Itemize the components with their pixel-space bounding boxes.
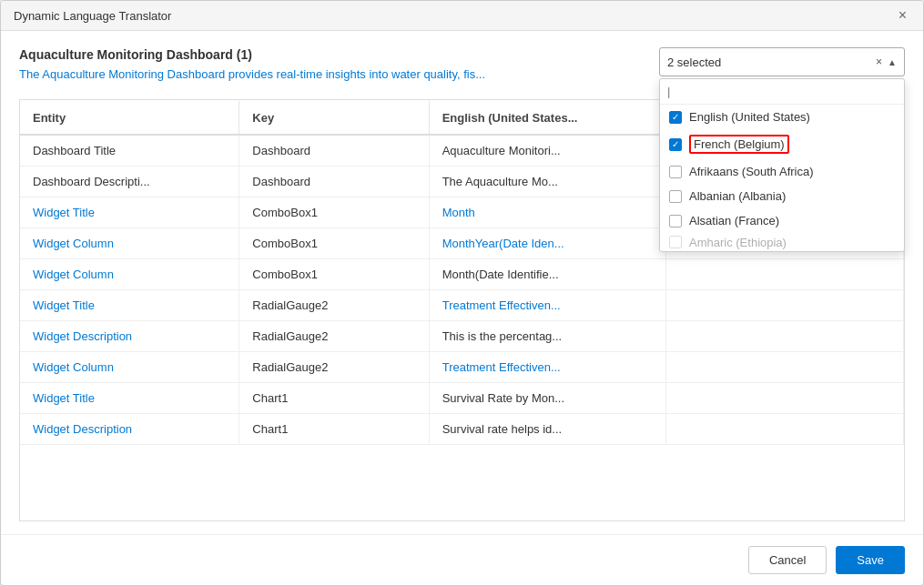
clear-icon[interactable]: ×: [876, 56, 882, 68]
cell-english: Month(Date Identifie...: [429, 259, 665, 290]
cell-entity[interactable]: Widget Column: [20, 228, 239, 259]
table-row: Widget Column ComboBox1 Month(Date Ident…: [20, 259, 903, 290]
cell-entity: Dashboard Title: [20, 135, 239, 167]
cell-key: ComboBox1: [239, 259, 429, 290]
col-header-key: Key: [239, 101, 429, 135]
dialog-footer: Cancel Save: [1, 534, 923, 585]
save-button[interactable]: Save: [836, 546, 905, 574]
cell-english: Aquaculture Monitori...: [429, 135, 665, 167]
checkbox-albanian[interactable]: [669, 190, 682, 203]
dashboard-heading: Aquaculture Monitoring Dashboard (1): [19, 47, 485, 62]
cell-french: [666, 383, 903, 414]
multiselect-icons: × ▲: [876, 56, 897, 68]
dropdown-label-english: English (United States): [689, 110, 810, 124]
cell-key: RadialGauge2: [239, 321, 429, 352]
dialog-titlebar: Dynamic Language Translator ×: [1, 1, 923, 31]
cell-english: MonthYear(Date Iden...: [429, 228, 665, 259]
cell-entity[interactable]: Widget Column: [20, 352, 239, 383]
checkbox-english[interactable]: [669, 111, 682, 124]
cell-key: RadialGauge2: [239, 290, 429, 321]
table-row: Widget Title Chart1 Survival Rate by Mon…: [20, 383, 903, 414]
dropdown-item-alsatian[interactable]: Alsatian (France): [660, 208, 904, 233]
cell-english: Treatment Effectiven...: [429, 290, 665, 321]
dialog-title: Dynamic Language Translator: [14, 9, 171, 23]
cell-french: [666, 352, 903, 383]
cell-key: Chart1: [239, 383, 429, 414]
dialog-body: Aquaculture Monitoring Dashboard (1) The…: [1, 31, 923, 534]
table-row: Widget Column RadialGauge2 Treatment Eff…: [20, 352, 903, 383]
cell-french: [666, 290, 903, 321]
dropdown-item-afrikaans[interactable]: Afrikaans (South Africa): [660, 159, 904, 184]
cell-entity: Dashboard Descripti...: [20, 167, 239, 197]
col-header-entity: Entity: [20, 101, 239, 135]
cell-english: This is the percentag...: [429, 321, 665, 352]
cell-key: RadialGauge2: [239, 352, 429, 383]
dropdown-item-albanian[interactable]: Albanian (Albania): [660, 184, 904, 208]
dropdown-item-french[interactable]: French (Belgium): [660, 129, 904, 159]
cell-french: [666, 259, 903, 290]
cell-english: Survival Rate by Mon...: [429, 383, 665, 414]
checkbox-afrikaans[interactable]: [669, 166, 682, 178]
language-multiselect[interactable]: 2 selected × ▲ English (United States): [659, 47, 905, 76]
dropdown-search-area[interactable]: [660, 79, 904, 105]
cell-key: Dashboard: [239, 167, 429, 197]
checkbox-amharic[interactable]: [669, 236, 682, 248]
checkbox-alsatian[interactable]: [669, 215, 682, 227]
dropdown-item-amharic[interactable]: Amharic (Ethiopia): [660, 233, 904, 251]
cancel-button[interactable]: Cancel: [748, 546, 827, 574]
cell-english: Month: [429, 197, 665, 228]
cell-english: The Aquaculture Mo...: [429, 167, 665, 197]
cell-entity[interactable]: Widget Description: [20, 414, 239, 445]
cell-entity[interactable]: Widget Column: [20, 259, 239, 290]
cell-key: Chart1: [239, 414, 429, 445]
cell-key: ComboBox1: [239, 197, 429, 228]
dropdown-label-albanian: Albanian (Albania): [689, 189, 786, 203]
cell-english: Treatment Effectiven...: [429, 352, 665, 383]
col-header-english: English (United States...: [429, 101, 665, 135]
checkbox-french[interactable]: [669, 138, 682, 151]
dropdown-search-input[interactable]: [667, 85, 897, 98]
arrow-up-icon[interactable]: ▲: [888, 57, 897, 67]
multiselect-box[interactable]: 2 selected × ▲: [659, 47, 905, 76]
cell-english: Survival rate helps id...: [429, 414, 665, 445]
cell-entity[interactable]: Widget Title: [20, 290, 239, 321]
dropdown-panel: English (United States) French (Belgium)…: [659, 78, 905, 252]
table-row: Widget Description RadialGauge2 This is …: [20, 321, 903, 352]
table-row: Widget Title RadialGauge2 Treatment Effe…: [20, 290, 903, 321]
table-row: Widget Description Chart1 Survival rate …: [20, 414, 903, 445]
cell-entity[interactable]: Widget Description: [20, 321, 239, 352]
cell-french: [666, 414, 903, 445]
dialog-window: Dynamic Language Translator × Aquacultur…: [0, 0, 924, 586]
dropdown-label-french: French (Belgium): [689, 135, 789, 154]
dropdown-label-afrikaans: Afrikaans (South Africa): [689, 165, 814, 178]
multiselect-label: 2 selected: [667, 56, 721, 69]
cell-key: ComboBox1: [239, 228, 429, 259]
dashboard-description: The Aquaculture Monitoring Dashboard pro…: [19, 67, 485, 81]
cell-key: Dashboard: [239, 135, 429, 167]
dropdown-label-amharic: Amharic (Ethiopia): [689, 236, 787, 249]
dropdown-label-alsatian: Alsatian (France): [689, 214, 779, 227]
cell-french: [666, 321, 903, 352]
cell-entity[interactable]: Widget Title: [20, 383, 239, 414]
close-button[interactable]: ×: [895, 8, 910, 23]
dropdown-item-english[interactable]: English (United States): [660, 105, 904, 129]
cell-entity[interactable]: Widget Title: [20, 197, 239, 228]
